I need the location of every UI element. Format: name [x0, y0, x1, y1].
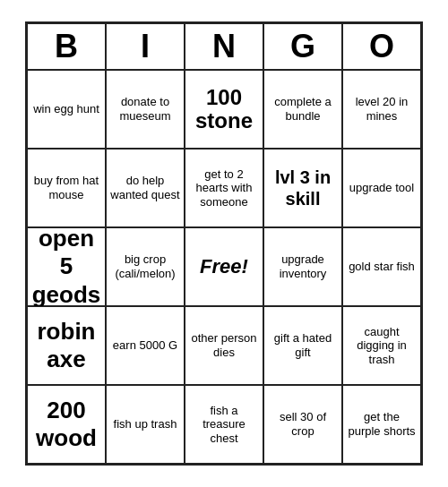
bingo-cell-9: upgrade tool [342, 149, 421, 227]
bingo-header: BINGO [27, 23, 421, 70]
header-letter-G: G [263, 23, 342, 70]
bingo-cell-13: upgrade inventory [263, 227, 342, 306]
bingo-cell-20: 200 wood [27, 385, 106, 464]
header-letter-B: B [27, 23, 106, 70]
bingo-cell-1: donate to mueseum [106, 70, 185, 149]
bingo-cell-3: complete a bundle [263, 70, 342, 149]
bingo-cell-17: other person dies [185, 306, 263, 385]
bingo-grid: win egg huntdonate to mueseum100 stoneco… [27, 70, 421, 464]
bingo-cell-7: get to 2 hearts with someone [185, 149, 263, 227]
bingo-cell-21: fish up trash [106, 385, 185, 464]
bingo-cell-4: level 20 in mines [342, 70, 421, 149]
bingo-cell-5: buy from hat mouse [27, 149, 106, 227]
bingo-cell-0: win egg hunt [27, 70, 106, 149]
header-letter-I: I [106, 23, 185, 70]
bingo-cell-10: open 5 geods [27, 227, 106, 306]
bingo-cell-11: big crop (cali/melon) [106, 227, 185, 306]
bingo-cell-16: earn 5000 G [106, 306, 185, 385]
bingo-cell-12: Free! [185, 227, 263, 306]
bingo-cell-14: gold star fish [342, 227, 421, 306]
bingo-cell-15: robin axe [27, 306, 106, 385]
bingo-cell-8: lvl 3 in skill [263, 149, 342, 227]
bingo-cell-19: caught digging in trash [342, 306, 421, 385]
bingo-cell-6: do help wanted quest [106, 149, 185, 227]
bingo-card: BINGO win egg huntdonate to mueseum100 s… [25, 21, 423, 466]
bingo-cell-18: gift a hated gift [263, 306, 342, 385]
bingo-cell-24: get the purple shorts [342, 385, 421, 464]
header-letter-O: O [342, 23, 421, 70]
bingo-cell-2: 100 stone [185, 70, 263, 149]
header-letter-N: N [185, 23, 263, 70]
bingo-cell-22: fish a treasure chest [185, 385, 263, 464]
bingo-cell-23: sell 30 of crop [263, 385, 342, 464]
